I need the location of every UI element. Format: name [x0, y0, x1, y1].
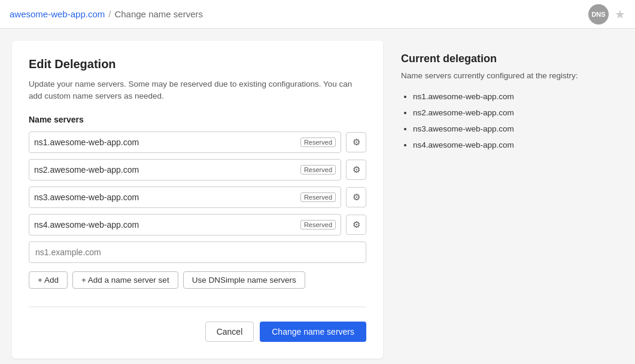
new-ns-row — [29, 241, 366, 263]
ns-input-wrapper-1: ns1.awesome-web-app.com Reserved — [29, 131, 341, 153]
current-ns-item-1: ns1.awesome-web-app.com — [413, 88, 605, 105]
edit-delegation-panel: Edit Delegation Update your name servers… — [12, 41, 383, 359]
top-bar: awesome-web-app.com / Change name server… — [0, 0, 635, 29]
domain-link[interactable]: awesome-web-app.com — [10, 9, 105, 19]
divider — [29, 307, 366, 307]
current-ns-item-2: ns2.awesome-web-app.com — [413, 105, 605, 121]
gear-button-4[interactable]: ⚙ — [346, 215, 366, 235]
current-delegation-subtitle: Name servers currently configured at the… — [401, 71, 605, 80]
ns-row-2: ns2.awesome-web-app.com Reserved ⚙ — [29, 159, 366, 181]
submit-button[interactable]: Change name servers — [260, 322, 366, 342]
new-ns-input[interactable] — [29, 241, 366, 263]
ns-value-2: ns2.awesome-web-app.com — [34, 165, 296, 175]
gear-button-1[interactable]: ⚙ — [346, 132, 366, 152]
breadcrumb-separator: / — [108, 9, 111, 19]
cancel-button[interactable]: Cancel — [205, 322, 254, 342]
ns-value-4: ns4.awesome-web-app.com — [34, 220, 296, 230]
current-ns-list: ns1.awesome-web-app.com ns2.awesome-web-… — [401, 88, 605, 153]
ns-row-1: ns1.awesome-web-app.com Reserved ⚙ — [29, 131, 366, 153]
reserved-badge-2: Reserved — [300, 165, 336, 175]
current-delegation-title: Current delegation — [401, 53, 605, 65]
current-delegation-panel: Current delegation Name servers currentl… — [383, 41, 623, 359]
current-ns-item-3: ns3.awesome-web-app.com — [413, 121, 605, 137]
breadcrumb-current: Change name servers — [114, 9, 203, 19]
reserved-badge-3: Reserved — [300, 192, 336, 202]
name-servers-label: Name servers — [29, 115, 366, 124]
gear-button-2[interactable]: ⚙ — [346, 160, 366, 180]
add-button[interactable]: + Add — [29, 271, 68, 289]
dns-badge: DNS — [588, 4, 609, 25]
top-bar-actions: DNS ★ — [588, 4, 625, 25]
use-dnsimple-button[interactable]: Use DNSimple name servers — [183, 271, 305, 289]
ns-row-3: ns3.awesome-web-app.com Reserved ⚙ — [29, 186, 366, 208]
ns-input-wrapper-3: ns3.awesome-web-app.com Reserved — [29, 186, 341, 208]
main-content: Edit Delegation Update your name servers… — [0, 29, 635, 364]
add-set-button[interactable]: + Add a name server set — [72, 271, 178, 289]
gear-button-3[interactable]: ⚙ — [346, 187, 366, 207]
reserved-badge-1: Reserved — [300, 137, 336, 147]
reserved-badge-4: Reserved — [300, 220, 336, 230]
ns-value-1: ns1.awesome-web-app.com — [34, 137, 296, 147]
ns-value-3: ns3.awesome-web-app.com — [34, 192, 296, 202]
panel-title: Edit Delegation — [29, 57, 366, 71]
current-ns-item-4: ns4.awesome-web-app.com — [413, 137, 605, 153]
panel-description: Update your name servers. Some may be re… — [29, 78, 366, 103]
ns-input-wrapper-4: ns4.awesome-web-app.com Reserved — [29, 214, 341, 235]
ns-row-4: ns4.awesome-web-app.com Reserved ⚙ — [29, 214, 366, 235]
ns-input-wrapper-2: ns2.awesome-web-app.com Reserved — [29, 159, 341, 181]
bottom-actions: Cancel Change name servers — [29, 322, 366, 342]
favorite-star-icon[interactable]: ★ — [615, 7, 625, 22]
breadcrumb: awesome-web-app.com / Change name server… — [10, 9, 203, 19]
action-buttons: + Add + Add a name server set Use DNSimp… — [29, 271, 366, 289]
